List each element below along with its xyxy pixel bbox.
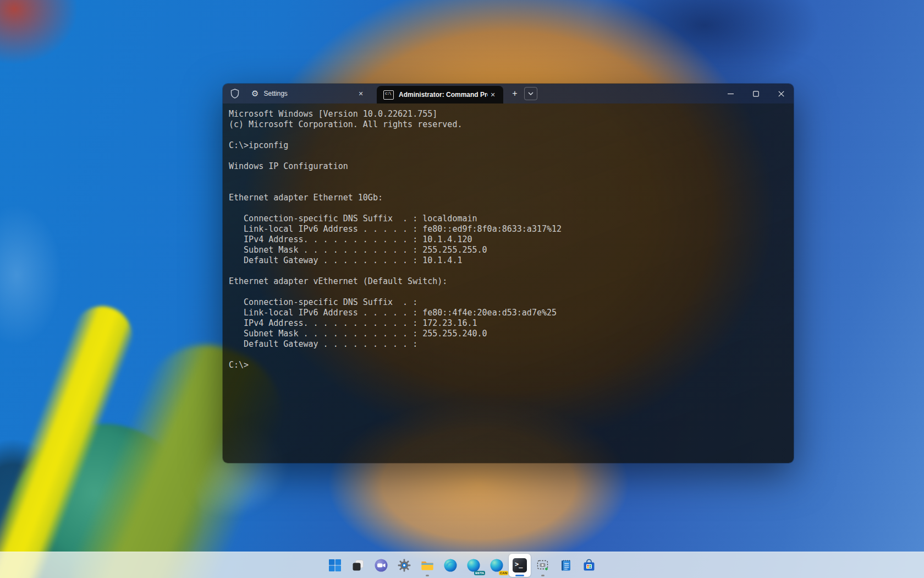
settings-button[interactable] — [393, 554, 415, 577]
tab-dropdown-button[interactable] — [524, 87, 537, 100]
close-icon — [778, 91, 784, 97]
edge-icon — [443, 558, 458, 572]
terminal-button[interactable]: >_ — [509, 554, 531, 577]
desktop: ⚙ Settings ✕ c:\ Administrator: Command … — [0, 0, 924, 578]
task-view-icon — [351, 558, 365, 572]
terminal-icon: >_ — [513, 558, 527, 572]
minimize-button[interactable] — [718, 84, 743, 103]
file-explorer-running-indicator — [426, 575, 429, 576]
notepad-button[interactable] — [555, 554, 577, 577]
taskbar-app-icons: BETA CAN >_ — [323, 554, 601, 577]
edge-button[interactable] — [439, 554, 461, 577]
snipping-tool-icon — [536, 558, 550, 572]
edge-canary-badge: CAN — [499, 571, 508, 575]
wallpaper-yellow-ribbon — [0, 297, 141, 578]
tab-admin-label: Administrator: Command Pro — [399, 91, 488, 99]
maximize-icon — [753, 91, 759, 97]
terminal-output: Microsoft Windows [Version 10.0.22621.75… — [223, 103, 794, 370]
new-tab-button[interactable]: + — [508, 86, 522, 101]
microsoft-store-icon — [582, 558, 596, 572]
microsoft-store-button[interactable] — [578, 554, 600, 577]
settings-gear-icon — [397, 558, 411, 572]
terminal-active-indicator — [515, 575, 524, 576]
terminal-window: ⚙ Settings ✕ c:\ Administrator: Command … — [223, 84, 794, 463]
tab-settings-label: Settings — [263, 90, 356, 97]
command-prompt-icon: c:\ — [383, 90, 394, 100]
tab-admin-command-prompt[interactable]: c:\ Administrator: Command Pro ✕ — [377, 86, 503, 103]
start-button[interactable] — [324, 554, 346, 577]
task-view-button[interactable] — [347, 554, 369, 577]
tab-settings-close-icon[interactable]: ✕ — [356, 89, 366, 99]
windows-start-icon — [328, 558, 342, 572]
chat-button[interactable] — [370, 554, 392, 577]
gear-icon: ⚙ — [251, 90, 258, 98]
admin-shield-icon — [230, 89, 239, 99]
tab-admin-close-icon[interactable]: ✕ — [488, 90, 498, 100]
chevron-down-icon — [528, 92, 534, 95]
edge-canary-button[interactable]: CAN — [486, 554, 508, 577]
edge-beta-button[interactable]: BETA — [463, 554, 485, 577]
wallpaper-left-glow — [0, 182, 77, 369]
close-button[interactable] — [768, 84, 794, 103]
minimize-icon — [728, 91, 734, 97]
snipping-tool-button[interactable] — [532, 554, 554, 577]
snipping-tool-running-indicator — [541, 575, 544, 576]
edge-beta-badge: BETA — [474, 571, 485, 575]
notepad-icon — [559, 558, 573, 572]
file-explorer-button[interactable] — [416, 554, 438, 577]
file-explorer-icon — [420, 558, 435, 572]
terminal-content-area[interactable]: Microsoft Windows [Version 10.0.22621.75… — [223, 103, 794, 463]
chat-icon — [374, 558, 388, 572]
terminal-titlebar[interactable]: ⚙ Settings ✕ c:\ Administrator: Command … — [223, 84, 794, 103]
wallpaper-red-corner — [0, 0, 99, 88]
taskbar: BETA CAN >_ — [0, 552, 924, 578]
maximize-button[interactable] — [743, 84, 768, 103]
tab-settings[interactable]: ⚙ Settings ✕ — [245, 84, 371, 103]
